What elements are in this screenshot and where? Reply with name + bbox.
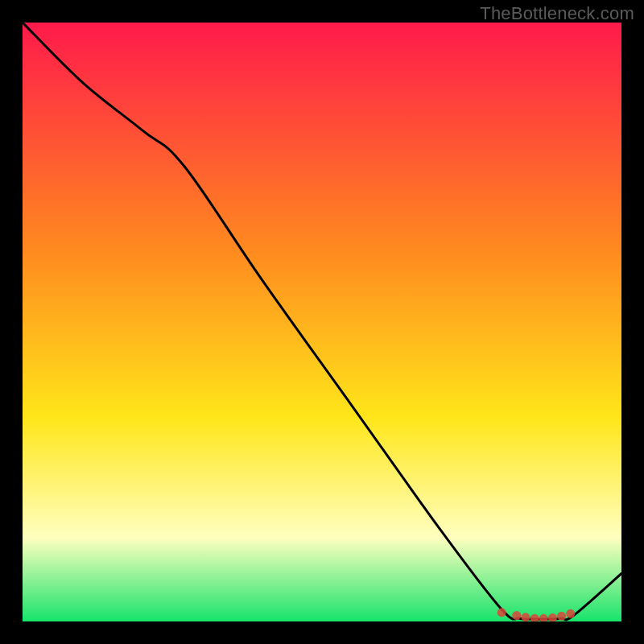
highlight-dot: [521, 613, 530, 621]
chart-svg: [23, 23, 621, 621]
watermark-text: TheBottleneck.com: [480, 3, 634, 24]
gradient-background: [23, 23, 621, 621]
highlight-dot: [557, 612, 566, 621]
highlight-dot: [497, 608, 506, 617]
chart-plot-area: [23, 23, 621, 621]
chart-frame: TheBottleneck.com: [0, 0, 644, 644]
highlight-dot: [512, 611, 521, 620]
highlight-dot: [566, 609, 575, 618]
